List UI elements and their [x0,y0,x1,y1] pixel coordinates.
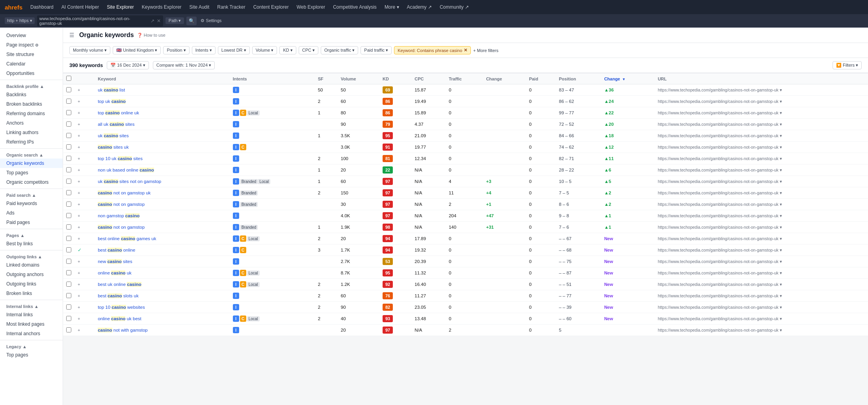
row-keyword[interactable]: online casino uk best [95,313,230,325]
row-checkbox[interactable] [66,316,71,321]
col-kd[interactable]: KD [379,73,411,84]
keyword-link[interactable]: online casino uk [98,271,132,275]
row-url[interactable]: https://www.techopedia.com/gambling/casi… [654,233,868,244]
row-keyword[interactable]: casino not on gamstop [95,222,230,233]
compare-date-selector[interactable]: Compare with: 1 Nov 2024 ▾ [153,61,215,69]
keyword-link[interactable]: top 10 uk casino sites [98,156,143,161]
url-link[interactable]: https://www.techopedia.com/gambling/casi… [658,282,782,287]
row-keyword[interactable]: top uk casino [95,96,230,107]
sidebar-item-internal-anchors[interactable]: Internal anchors [0,329,63,338]
row-add-icon[interactable]: + [78,328,80,332]
nav-content-explorer[interactable]: Content Explorer [250,3,292,11]
nav-dashboard[interactable]: Dashboard [27,3,57,11]
row-add-icon[interactable]: + [78,202,80,207]
keyword-link[interactable]: casino not on gamstop [98,225,145,230]
sidebar-item-broken-links[interactable]: Broken links [0,289,63,298]
url-link[interactable]: https://www.techopedia.com/gambling/casi… [658,156,782,161]
row-url[interactable]: https://www.techopedia.com/gambling/casi… [654,119,868,130]
path-selector[interactable]: Path ▾ [165,17,184,24]
row-add-icon[interactable]: + [78,236,80,241]
row-expand[interactable]: + [74,130,95,142]
url-link[interactable]: https://www.techopedia.com/gambling/casi… [658,236,782,241]
row-checkbox[interactable] [66,167,71,172]
row-checkbox[interactable] [66,202,71,207]
row-checkbox[interactable] [66,282,71,287]
row-add-icon[interactable]: + [78,88,80,92]
row-checkbox[interactable] [66,236,71,241]
row-add-icon[interactable]: + [78,316,80,321]
keyword-link[interactable]: uk casino sites [98,133,129,138]
sidebar-item-referring-domains[interactable]: Referring domains [0,109,63,118]
row-checkbox[interactable] [66,179,71,184]
row-add-icon[interactable]: + [78,133,80,138]
sidebar-item-organic-competitors[interactable]: Organic competitors [0,177,63,187]
keyword-link[interactable]: top 10 casino websites [98,305,145,310]
row-checkbox[interactable] [66,293,71,298]
sidebar-item-most-linked-pages[interactable]: Most linked pages [0,319,63,329]
url-link[interactable]: https://www.techopedia.com/gambling/casi… [658,271,782,275]
keyword-link[interactable]: casino not with gamstop [98,328,148,332]
keyword-link[interactable]: best uk online casino [98,282,141,287]
row-checkbox[interactable] [66,247,71,252]
nav-site-explorer[interactable]: Site Explorer [104,3,137,11]
row-expand[interactable]: + [74,107,95,119]
keyword-link[interactable]: non gamstop casino [98,213,139,218]
url-link[interactable]: https://www.techopedia.com/gambling/casi… [658,133,782,138]
row-checkbox[interactable] [66,190,71,195]
lowest-dr-filter[interactable]: Lowest DR ▾ [218,46,250,54]
row-url[interactable]: https://www.techopedia.com/gambling/casi… [654,84,868,96]
sidebar-item-opportunities[interactable]: Opportunities [0,69,63,78]
keyword-link[interactable]: online casino uk best [98,316,141,321]
row-keyword[interactable]: non gamstop casino [95,210,230,222]
row-url[interactable]: https://www.techopedia.com/gambling/casi… [654,96,868,107]
row-checkbox[interactable] [66,110,71,115]
sidebar-item-ads[interactable]: Ads [0,208,63,218]
row-keyword[interactable]: uk casino sites [95,130,230,142]
row-expand[interactable]: + [74,96,95,107]
sidebar-section-internal[interactable]: Internal links ▲ [0,302,63,310]
row-expand[interactable]: + [74,153,95,164]
sidebar-section-paid[interactable]: Paid search ▲ [0,190,63,199]
row-expand[interactable]: + [74,313,95,325]
sidebar-item-legacy-top-pages[interactable]: Top pages [0,350,63,360]
row-expand[interactable]: + [74,142,95,153]
row-keyword[interactable]: casino not on gamstop uk [95,187,230,199]
row-checkbox[interactable] [66,87,71,92]
row-checkbox[interactable] [66,133,71,138]
nav-ai-content[interactable]: AI Content Helper [58,3,102,11]
nav-academy[interactable]: Academy ↗ [404,3,435,11]
row-expand[interactable]: + [74,176,95,187]
url-link[interactable]: https://www.techopedia.com/gambling/casi… [658,316,782,321]
how-to-use-link[interactable]: ❓ How to use [137,33,165,38]
url-link[interactable]: https://www.techopedia.com/gambling/casi… [658,259,782,264]
row-expand[interactable]: + [74,290,95,302]
row-url[interactable]: https://www.techopedia.com/gambling/casi… [654,164,868,176]
url-link[interactable]: https://www.techopedia.com/gambling/casi… [658,328,782,332]
row-checkbox[interactable] [66,99,71,104]
row-add-icon[interactable]: + [78,179,80,184]
row-keyword[interactable]: top 10 casino websites [95,302,230,313]
row-expand[interactable]: + [74,84,95,96]
row-add-icon[interactable]: + [78,156,80,161]
row-url[interactable]: https://www.techopedia.com/gambling/casi… [654,107,868,119]
url-link[interactable]: https://www.techopedia.com/gambling/casi… [658,190,782,195]
organic-traffic-filter[interactable]: Organic traffic ▾ [321,46,358,54]
row-url[interactable]: https://www.techopedia.com/gambling/casi… [654,302,868,313]
sidebar-item-paid-pages[interactable]: Paid pages [0,218,63,227]
sidebar-item-linking-authors[interactable]: Linking authors [0,128,63,137]
sidebar-section-pages[interactable]: Pages ▲ [0,231,63,239]
sidebar-item-top-pages[interactable]: Top pages [0,168,63,177]
cpc-filter[interactable]: CPC ▾ [299,46,318,54]
row-url[interactable]: https://www.techopedia.com/gambling/casi… [654,176,868,187]
row-keyword[interactable]: best casino online [95,244,230,256]
sidebar-item-backlinks[interactable]: Backlinks [0,90,63,99]
url-link[interactable]: https://www.techopedia.com/gambling/casi… [658,202,782,207]
row-checkbox[interactable] [66,304,71,310]
sidebar-item-broken-backlinks[interactable]: Broken backlinks [0,99,63,109]
row-add-icon[interactable]: + [78,213,80,218]
row-add-icon[interactable]: + [78,282,80,287]
row-url[interactable]: https://www.techopedia.com/gambling/casi… [654,153,868,164]
sidebar-item-page-inspect[interactable]: Page inspect ⚙ [0,40,63,50]
keyword-link[interactable]: casino sites uk [98,145,129,149]
sidebar-item-internal-links[interactable]: Internal links [0,310,63,319]
